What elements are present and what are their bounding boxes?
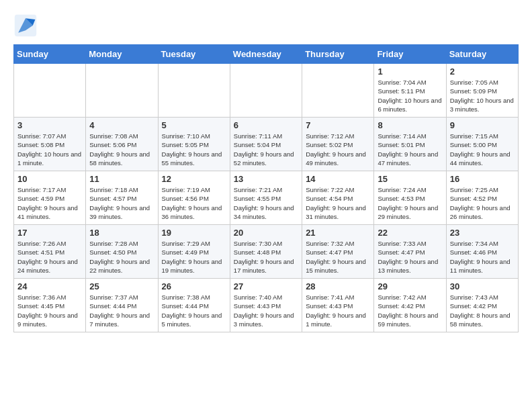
day-info: Sunrise: 7:38 AM Sunset: 4:44 PM Dayligh… [162,293,226,328]
day-info: Sunrise: 7:41 AM Sunset: 4:43 PM Dayligh… [306,293,370,328]
day-number: 26 [162,281,226,291]
day-number: 30 [450,281,515,291]
calendar-cell: 29Sunrise: 7:42 AM Sunset: 4:42 PM Dayli… [374,279,446,332]
calendar-cell: 22Sunrise: 7:33 AM Sunset: 4:47 PM Dayli… [374,225,446,279]
weekday-header: Thursday [302,45,374,64]
weekday-header: Monday [86,45,158,64]
calendar-cell: 21Sunrise: 7:32 AM Sunset: 4:47 PM Dayli… [302,225,374,279]
day-number: 6 [234,120,298,130]
day-info: Sunrise: 7:29 AM Sunset: 4:49 PM Dayligh… [162,239,226,275]
weekday-header: Tuesday [158,45,230,64]
page-header [13,13,519,38]
calendar-cell: 8Sunrise: 7:14 AM Sunset: 5:01 PM Daylig… [374,118,446,171]
day-number: 28 [306,281,370,291]
calendar-cell: 4Sunrise: 7:08 AM Sunset: 5:06 PM Daylig… [86,118,158,171]
calendar-cell: 1Sunrise: 7:04 AM Sunset: 5:11 PM Daylig… [374,64,446,118]
calendar-cell: 23Sunrise: 7:34 AM Sunset: 4:46 PM Dayli… [446,225,518,279]
day-info: Sunrise: 7:17 AM Sunset: 4:59 PM Dayligh… [17,185,82,221]
day-info: Sunrise: 7:28 AM Sunset: 4:50 PM Dayligh… [89,239,154,275]
calendar-cell [230,64,302,118]
day-number: 11 [89,174,154,184]
day-info: Sunrise: 7:30 AM Sunset: 4:48 PM Dayligh… [234,239,298,275]
day-info: Sunrise: 7:33 AM Sunset: 4:47 PM Dayligh… [378,239,442,275]
calendar-cell: 11Sunrise: 7:18 AM Sunset: 4:57 PM Dayli… [86,171,158,225]
day-number: 17 [17,228,82,238]
day-number: 12 [162,174,226,184]
day-number: 9 [450,120,515,130]
calendar-cell: 17Sunrise: 7:26 AM Sunset: 4:51 PM Dayli… [14,225,86,279]
calendar-cell: 16Sunrise: 7:25 AM Sunset: 4:52 PM Dayli… [446,171,518,225]
calendar-cell: 10Sunrise: 7:17 AM Sunset: 4:59 PM Dayli… [14,171,86,225]
weekday-header: Sunday [14,45,86,64]
calendar-cell: 14Sunrise: 7:22 AM Sunset: 4:54 PM Dayli… [302,171,374,225]
day-info: Sunrise: 7:36 AM Sunset: 4:45 PM Dayligh… [17,293,82,328]
calendar-cell: 18Sunrise: 7:28 AM Sunset: 4:50 PM Dayli… [86,225,158,279]
day-number: 5 [162,120,226,130]
day-info: Sunrise: 7:19 AM Sunset: 4:56 PM Dayligh… [162,185,226,221]
day-info: Sunrise: 7:25 AM Sunset: 4:52 PM Dayligh… [450,185,515,221]
day-info: Sunrise: 7:14 AM Sunset: 5:01 PM Dayligh… [378,132,442,167]
logo-icon [13,13,38,38]
calendar-cell: 7Sunrise: 7:12 AM Sunset: 5:02 PM Daylig… [302,118,374,171]
calendar-table: SundayMondayTuesdayWednesdayThursdayFrid… [13,44,519,332]
calendar-cell: 25Sunrise: 7:37 AM Sunset: 4:44 PM Dayli… [86,279,158,332]
day-number: 20 [234,228,298,238]
day-info: Sunrise: 7:04 AM Sunset: 5:11 PM Dayligh… [378,78,442,113]
calendar-cell [302,64,374,118]
day-number: 4 [89,120,154,130]
calendar-cell [86,64,158,118]
day-info: Sunrise: 7:34 AM Sunset: 4:46 PM Dayligh… [450,239,515,275]
calendar-cell: 24Sunrise: 7:36 AM Sunset: 4:45 PM Dayli… [14,279,86,332]
day-info: Sunrise: 7:26 AM Sunset: 4:51 PM Dayligh… [17,239,82,275]
calendar-cell: 2Sunrise: 7:05 AM Sunset: 5:09 PM Daylig… [446,64,518,118]
day-info: Sunrise: 7:37 AM Sunset: 4:44 PM Dayligh… [89,293,154,328]
day-number: 25 [89,281,154,291]
calendar-cell: 20Sunrise: 7:30 AM Sunset: 4:48 PM Dayli… [230,225,302,279]
weekday-header: Friday [374,45,446,64]
calendar-cell [158,64,230,118]
day-info: Sunrise: 7:21 AM Sunset: 4:55 PM Dayligh… [234,185,298,221]
day-info: Sunrise: 7:05 AM Sunset: 5:09 PM Dayligh… [450,78,515,113]
day-number: 8 [378,120,442,130]
day-number: 14 [306,174,370,184]
day-info: Sunrise: 7:07 AM Sunset: 5:08 PM Dayligh… [17,132,82,167]
day-number: 19 [162,228,226,238]
weekday-header: Saturday [446,45,518,64]
calendar-cell: 9Sunrise: 7:15 AM Sunset: 5:00 PM Daylig… [446,118,518,171]
day-number: 18 [89,228,154,238]
day-number: 21 [306,228,370,238]
calendar-cell: 5Sunrise: 7:10 AM Sunset: 5:05 PM Daylig… [158,118,230,171]
day-number: 15 [378,174,442,184]
day-number: 22 [378,228,442,238]
day-number: 24 [17,281,82,291]
calendar-cell: 27Sunrise: 7:40 AM Sunset: 4:43 PM Dayli… [230,279,302,332]
calendar-cell: 15Sunrise: 7:24 AM Sunset: 4:53 PM Dayli… [374,171,446,225]
calendar-cell: 28Sunrise: 7:41 AM Sunset: 4:43 PM Dayli… [302,279,374,332]
day-number: 2 [450,66,515,77]
day-info: Sunrise: 7:43 AM Sunset: 4:42 PM Dayligh… [450,293,515,328]
day-info: Sunrise: 7:22 AM Sunset: 4:54 PM Dayligh… [306,185,370,221]
day-info: Sunrise: 7:12 AM Sunset: 5:02 PM Dayligh… [306,132,370,167]
day-number: 29 [378,281,442,291]
day-info: Sunrise: 7:18 AM Sunset: 4:57 PM Dayligh… [89,185,154,221]
day-number: 13 [234,174,298,184]
day-info: Sunrise: 7:24 AM Sunset: 4:53 PM Dayligh… [378,185,442,221]
day-info: Sunrise: 7:08 AM Sunset: 5:06 PM Dayligh… [89,132,154,167]
calendar-cell: 30Sunrise: 7:43 AM Sunset: 4:42 PM Dayli… [446,279,518,332]
day-number: 7 [306,120,370,130]
calendar-cell: 26Sunrise: 7:38 AM Sunset: 4:44 PM Dayli… [158,279,230,332]
day-info: Sunrise: 7:42 AM Sunset: 4:42 PM Dayligh… [378,293,442,328]
day-number: 10 [17,174,82,184]
calendar-cell: 13Sunrise: 7:21 AM Sunset: 4:55 PM Dayli… [230,171,302,225]
day-number: 1 [378,66,442,77]
day-number: 27 [234,281,298,291]
day-info: Sunrise: 7:10 AM Sunset: 5:05 PM Dayligh… [162,132,226,167]
calendar-cell: 12Sunrise: 7:19 AM Sunset: 4:56 PM Dayli… [158,171,230,225]
day-info: Sunrise: 7:32 AM Sunset: 4:47 PM Dayligh… [306,239,370,275]
calendar-cell: 3Sunrise: 7:07 AM Sunset: 5:08 PM Daylig… [14,118,86,171]
calendar-cell [14,64,86,118]
day-info: Sunrise: 7:40 AM Sunset: 4:43 PM Dayligh… [234,293,298,328]
day-number: 3 [17,120,82,130]
day-info: Sunrise: 7:15 AM Sunset: 5:00 PM Dayligh… [450,132,515,167]
day-number: 23 [450,228,515,238]
